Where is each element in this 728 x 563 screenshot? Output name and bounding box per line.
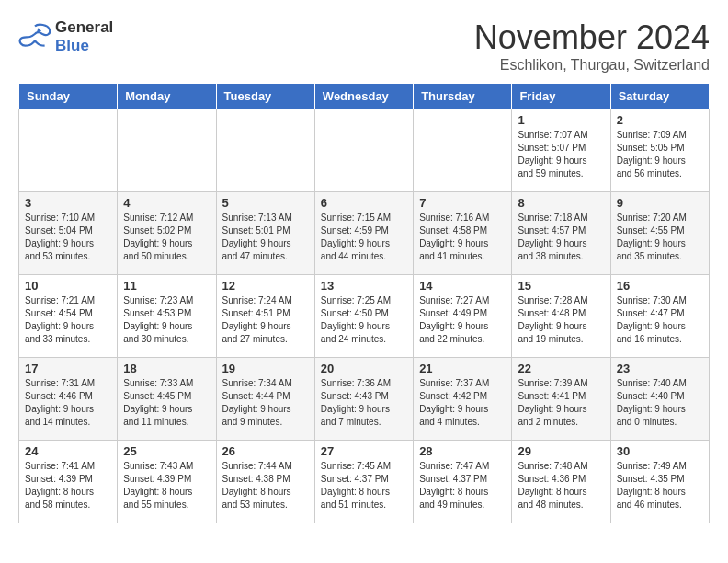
cell-info: Sunrise: 7:24 AM Sunset: 4:51 PM Dayligh… xyxy=(222,294,309,346)
calendar-cell: 9Sunrise: 7:20 AM Sunset: 4:55 PM Daylig… xyxy=(610,192,709,275)
cell-info: Sunrise: 7:18 AM Sunset: 4:57 PM Dayligh… xyxy=(518,212,604,263)
calendar-cell: 8Sunrise: 7:18 AM Sunset: 4:57 PM Daylig… xyxy=(512,192,610,275)
calendar: SundayMondayTuesdayWednesdayThursdayFrid… xyxy=(18,83,710,523)
cell-info: Sunrise: 7:31 AM Sunset: 4:46 PM Dayligh… xyxy=(25,377,111,429)
cell-info: Sunrise: 7:41 AM Sunset: 4:39 PM Dayligh… xyxy=(25,460,111,511)
calendar-cell: 17Sunrise: 7:31 AM Sunset: 4:46 PM Dayli… xyxy=(19,358,118,441)
calendar-cell: 21Sunrise: 7:37 AM Sunset: 4:42 PM Dayli… xyxy=(414,358,512,441)
cell-info: Sunrise: 7:23 AM Sunset: 4:53 PM Dayligh… xyxy=(123,294,210,346)
calendar-header-tuesday: Tuesday xyxy=(216,84,314,109)
calendar-cell: 13Sunrise: 7:25 AM Sunset: 4:50 PM Dayli… xyxy=(314,275,413,358)
calendar-header-friday: Friday xyxy=(512,84,610,109)
day-number: 3 xyxy=(25,196,111,210)
calendar-cell: 28Sunrise: 7:47 AM Sunset: 4:37 PM Dayli… xyxy=(414,441,512,523)
cell-info: Sunrise: 7:12 AM Sunset: 5:02 PM Dayligh… xyxy=(123,212,210,263)
day-number: 13 xyxy=(321,279,407,293)
cell-info: Sunrise: 7:39 AM Sunset: 4:41 PM Dayligh… xyxy=(518,377,604,429)
logo: General Blue xyxy=(18,18,113,55)
cell-info: Sunrise: 7:21 AM Sunset: 4:54 PM Dayligh… xyxy=(25,294,111,346)
cell-info: Sunrise: 7:28 AM Sunset: 4:48 PM Dayligh… xyxy=(518,294,604,346)
calendar-cell: 25Sunrise: 7:43 AM Sunset: 4:39 PM Dayli… xyxy=(118,441,216,523)
cell-info: Sunrise: 7:49 AM Sunset: 4:35 PM Dayligh… xyxy=(617,460,703,511)
calendar-cell: 26Sunrise: 7:44 AM Sunset: 4:38 PM Dayli… xyxy=(216,441,314,523)
calendar-week-2: 3Sunrise: 7:10 AM Sunset: 5:04 PM Daylig… xyxy=(19,192,710,275)
cell-info: Sunrise: 7:13 AM Sunset: 5:01 PM Dayligh… xyxy=(222,212,309,263)
calendar-header-wednesday: Wednesday xyxy=(314,84,413,109)
cell-info: Sunrise: 7:40 AM Sunset: 4:40 PM Dayligh… xyxy=(617,377,703,429)
calendar-cell: 10Sunrise: 7:21 AM Sunset: 4:54 PM Dayli… xyxy=(19,275,118,358)
location-title: Eschlikon, Thurgau, Switzerland xyxy=(474,57,710,74)
calendar-cell: 3Sunrise: 7:10 AM Sunset: 5:04 PM Daylig… xyxy=(19,192,118,275)
calendar-header-thursday: Thursday xyxy=(414,84,512,109)
day-number: 15 xyxy=(518,279,604,293)
calendar-cell: 1Sunrise: 7:07 AM Sunset: 5:07 PM Daylig… xyxy=(512,109,610,192)
calendar-cell xyxy=(118,109,216,192)
month-title: November 2024 xyxy=(474,18,710,57)
day-number: 11 xyxy=(123,279,210,293)
cell-info: Sunrise: 7:33 AM Sunset: 4:45 PM Dayligh… xyxy=(123,377,210,429)
calendar-cell: 18Sunrise: 7:33 AM Sunset: 4:45 PM Dayli… xyxy=(118,358,216,441)
calendar-header-row: SundayMondayTuesdayWednesdayThursdayFrid… xyxy=(19,84,710,109)
calendar-cell xyxy=(314,109,413,192)
day-number: 16 xyxy=(617,279,703,293)
calendar-cell: 20Sunrise: 7:36 AM Sunset: 4:43 PM Dayli… xyxy=(314,358,413,441)
logo-icon xyxy=(18,23,51,51)
calendar-header-saturday: Saturday xyxy=(610,84,709,109)
logo-text: General Blue xyxy=(55,18,113,55)
day-number: 28 xyxy=(419,444,506,458)
calendar-header-monday: Monday xyxy=(118,84,216,109)
day-number: 24 xyxy=(25,444,111,458)
day-number: 30 xyxy=(617,444,703,458)
day-number: 12 xyxy=(222,279,309,293)
calendar-cell: 14Sunrise: 7:27 AM Sunset: 4:49 PM Dayli… xyxy=(414,275,512,358)
cell-info: Sunrise: 7:36 AM Sunset: 4:43 PM Dayligh… xyxy=(321,377,407,429)
calendar-cell: 29Sunrise: 7:48 AM Sunset: 4:36 PM Dayli… xyxy=(512,441,610,523)
cell-info: Sunrise: 7:47 AM Sunset: 4:37 PM Dayligh… xyxy=(419,460,506,511)
calendar-cell: 11Sunrise: 7:23 AM Sunset: 4:53 PM Dayli… xyxy=(118,275,216,358)
calendar-header-sunday: Sunday xyxy=(19,84,118,109)
day-number: 22 xyxy=(518,362,604,375)
calendar-week-4: 17Sunrise: 7:31 AM Sunset: 4:46 PM Dayli… xyxy=(19,358,710,441)
day-number: 1 xyxy=(518,113,604,127)
day-number: 23 xyxy=(617,362,703,375)
calendar-cell xyxy=(414,109,512,192)
calendar-week-5: 24Sunrise: 7:41 AM Sunset: 4:39 PM Dayli… xyxy=(19,441,710,523)
day-number: 8 xyxy=(518,196,604,210)
cell-info: Sunrise: 7:16 AM Sunset: 4:58 PM Dayligh… xyxy=(419,212,506,263)
calendar-cell: 24Sunrise: 7:41 AM Sunset: 4:39 PM Dayli… xyxy=(19,441,118,523)
cell-info: Sunrise: 7:48 AM Sunset: 4:36 PM Dayligh… xyxy=(518,460,604,511)
calendar-cell: 6Sunrise: 7:15 AM Sunset: 4:59 PM Daylig… xyxy=(314,192,413,275)
day-number: 14 xyxy=(419,279,506,293)
header: General Blue November 2024 Eschlikon, Th… xyxy=(18,18,710,74)
calendar-cell: 27Sunrise: 7:45 AM Sunset: 4:37 PM Dayli… xyxy=(314,441,413,523)
day-number: 2 xyxy=(617,113,703,127)
calendar-week-1: 1Sunrise: 7:07 AM Sunset: 5:07 PM Daylig… xyxy=(19,109,710,192)
day-number: 6 xyxy=(321,196,407,210)
calendar-cell: 16Sunrise: 7:30 AM Sunset: 4:47 PM Dayli… xyxy=(610,275,709,358)
day-number: 25 xyxy=(123,444,210,458)
cell-info: Sunrise: 7:27 AM Sunset: 4:49 PM Dayligh… xyxy=(419,294,506,346)
calendar-body: 1Sunrise: 7:07 AM Sunset: 5:07 PM Daylig… xyxy=(19,109,710,523)
calendar-cell: 19Sunrise: 7:34 AM Sunset: 4:44 PM Dayli… xyxy=(216,358,314,441)
cell-info: Sunrise: 7:30 AM Sunset: 4:47 PM Dayligh… xyxy=(617,294,703,346)
cell-info: Sunrise: 7:09 AM Sunset: 5:05 PM Dayligh… xyxy=(617,129,703,180)
cell-info: Sunrise: 7:37 AM Sunset: 4:42 PM Dayligh… xyxy=(419,377,506,429)
day-number: 21 xyxy=(419,362,506,375)
calendar-cell: 22Sunrise: 7:39 AM Sunset: 4:41 PM Dayli… xyxy=(512,358,610,441)
day-number: 18 xyxy=(123,362,210,375)
day-number: 19 xyxy=(222,362,309,375)
calendar-cell: 5Sunrise: 7:13 AM Sunset: 5:01 PM Daylig… xyxy=(216,192,314,275)
day-number: 9 xyxy=(617,196,703,210)
calendar-cell xyxy=(19,109,118,192)
day-number: 27 xyxy=(321,444,407,458)
day-number: 4 xyxy=(123,196,210,210)
calendar-cell: 12Sunrise: 7:24 AM Sunset: 4:51 PM Dayli… xyxy=(216,275,314,358)
cell-info: Sunrise: 7:10 AM Sunset: 5:04 PM Dayligh… xyxy=(25,212,111,263)
cell-info: Sunrise: 7:15 AM Sunset: 4:59 PM Dayligh… xyxy=(321,212,407,263)
calendar-cell: 7Sunrise: 7:16 AM Sunset: 4:58 PM Daylig… xyxy=(414,192,512,275)
cell-info: Sunrise: 7:45 AM Sunset: 4:37 PM Dayligh… xyxy=(321,460,407,511)
cell-info: Sunrise: 7:43 AM Sunset: 4:39 PM Dayligh… xyxy=(123,460,210,511)
day-number: 17 xyxy=(25,362,111,375)
calendar-cell: 2Sunrise: 7:09 AM Sunset: 5:05 PM Daylig… xyxy=(610,109,709,192)
cell-info: Sunrise: 7:20 AM Sunset: 4:55 PM Dayligh… xyxy=(617,212,703,263)
